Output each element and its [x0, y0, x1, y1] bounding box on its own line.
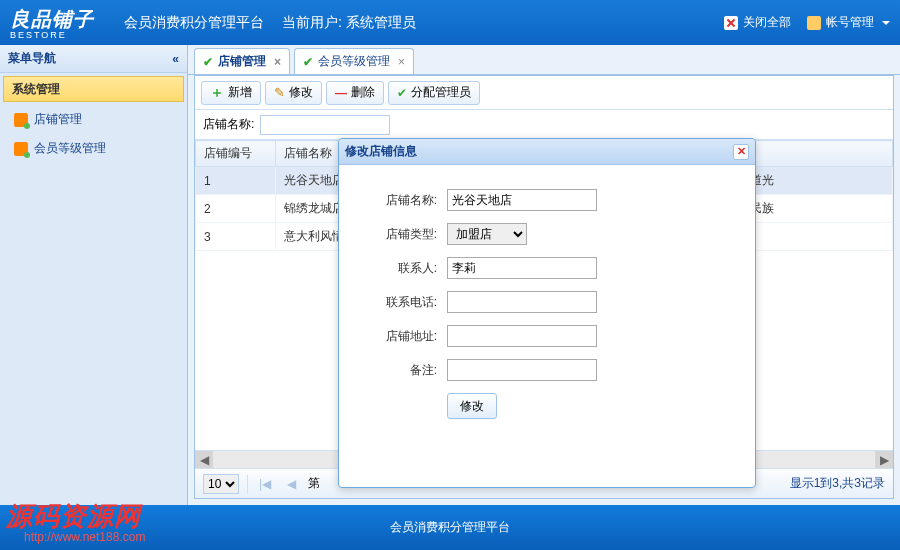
- modal-close-button[interactable]: ✕: [733, 144, 749, 160]
- tab-close-icon[interactable]: ×: [398, 55, 405, 69]
- collapse-icon[interactable]: «: [172, 52, 179, 66]
- close-all-button[interactable]: 关闭全部: [724, 14, 791, 31]
- scroll-right-icon[interactable]: ▶: [875, 451, 893, 468]
- minus-icon: —: [335, 86, 347, 100]
- current-user: 当前用户: 系统管理员: [282, 14, 416, 32]
- tab-member-level[interactable]: ✔ 会员等级管理 ×: [294, 48, 414, 74]
- search-row: 店铺名称:: [195, 110, 893, 140]
- tab-bar: ✔ 店铺管理 × ✔ 会员等级管理 ×: [188, 45, 900, 75]
- col-id[interactable]: 店铺编号: [196, 141, 276, 167]
- plus-icon: ＋: [210, 84, 224, 102]
- add-button[interactable]: ＋新增: [201, 81, 261, 105]
- contact-input[interactable]: [447, 257, 597, 279]
- remark-input[interactable]: [447, 359, 597, 381]
- modal-title: 修改店铺信息: [345, 143, 417, 160]
- sidebar-item-store[interactable]: 店铺管理: [0, 105, 187, 134]
- pager-prev[interactable]: ◀: [282, 475, 300, 493]
- modal-header[interactable]: 修改店铺信息 ✕: [339, 139, 755, 165]
- toolbar: ＋新增 ✎修改 —删除 ✔分配管理员: [195, 76, 893, 110]
- sidebar: 菜单导航 « 系统管理 店铺管理 会员等级管理: [0, 45, 188, 505]
- delete-button[interactable]: —删除: [326, 81, 384, 105]
- pager-first[interactable]: |◀: [256, 475, 274, 493]
- address-input[interactable]: [447, 325, 597, 347]
- edit-store-modal: 修改店铺信息 ✕ 店铺名称: 店铺类型:加盟店 联系人: 联系电话: 店铺地址:…: [338, 138, 756, 488]
- top-bar: 良品铺子 BESTORE 会员消费积分管理平台 当前用户: 系统管理员 关闭全部…: [0, 0, 900, 45]
- sidebar-header: 菜单导航 «: [0, 45, 187, 73]
- page-size-select[interactable]: 10: [203, 474, 239, 494]
- check-icon: ✔: [203, 55, 213, 69]
- store-name-input[interactable]: [447, 189, 597, 211]
- tab-close-icon[interactable]: ×: [274, 55, 281, 69]
- search-label: 店铺名称:: [203, 116, 254, 133]
- phone-input[interactable]: [447, 291, 597, 313]
- node-icon: [14, 113, 28, 127]
- pager-page-label: 第: [308, 475, 320, 492]
- search-input[interactable]: [260, 115, 390, 135]
- check-icon: ✔: [303, 55, 313, 69]
- tab-store[interactable]: ✔ 店铺管理 ×: [194, 48, 290, 74]
- app-title: 会员消费积分管理平台: [124, 14, 264, 32]
- chevron-down-icon: [882, 21, 890, 25]
- account-menu[interactable]: 帐号管理: [807, 14, 890, 31]
- sidebar-group-system[interactable]: 系统管理: [3, 76, 184, 102]
- assign-button[interactable]: ✔分配管理员: [388, 81, 480, 105]
- pencil-icon: ✎: [274, 85, 285, 100]
- watermark: 源码资源网 http://www.net188.com: [6, 499, 145, 544]
- check-icon: ✔: [397, 86, 407, 100]
- user-icon: [807, 16, 821, 30]
- node-icon: [14, 142, 28, 156]
- submit-button[interactable]: 修改: [447, 393, 497, 419]
- brand-logo: 良品铺子 BESTORE: [10, 6, 94, 40]
- sidebar-item-member-level[interactable]: 会员等级管理: [0, 134, 187, 163]
- scroll-left-icon[interactable]: ◀: [195, 451, 213, 468]
- pager-info: 显示1到3,共3记录: [790, 475, 885, 492]
- edit-button[interactable]: ✎修改: [265, 81, 322, 105]
- close-all-icon: [724, 16, 738, 30]
- store-type-select[interactable]: 加盟店: [447, 223, 527, 245]
